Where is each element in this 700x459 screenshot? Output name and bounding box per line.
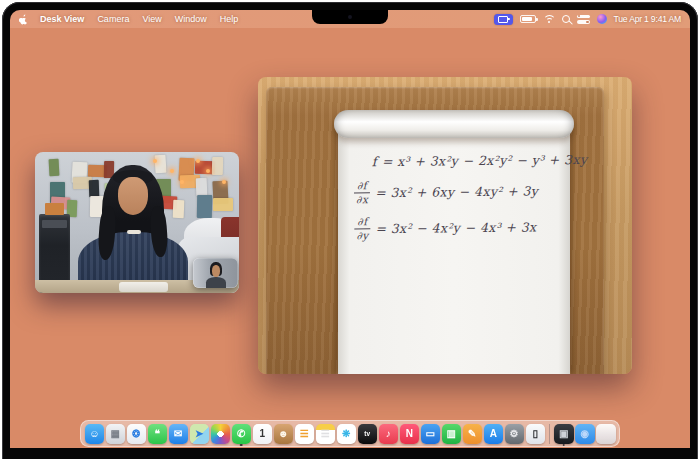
dock-finder-icon[interactable]: ☺ bbox=[85, 424, 105, 444]
dock-keynote-icon[interactable]: ▭ bbox=[421, 424, 441, 444]
dock-photos-icon[interactable] bbox=[211, 424, 231, 444]
self-view-face bbox=[212, 265, 220, 276]
desk-view-window[interactable]: f= x³ + 3x²y − 2x²y² − y³ + 3xy∂f∂x= 3x²… bbox=[258, 77, 632, 374]
dock-app-store-icon[interactable]: A bbox=[484, 424, 504, 444]
self-view-shirt bbox=[206, 277, 227, 288]
dock-system-settings-icon[interactable]: ⚙ bbox=[505, 424, 525, 444]
wifi-icon[interactable] bbox=[543, 15, 555, 24]
apple-logo bbox=[19, 14, 28, 25]
control-center-icon[interactable] bbox=[577, 15, 590, 24]
dock-news-icon[interactable]: N bbox=[400, 424, 420, 444]
menu-desk-view[interactable]: Desk View bbox=[40, 14, 84, 24]
dock-calendar-icon[interactable]: 1 bbox=[253, 424, 273, 444]
equation-line-3: ∂f∂y= 3x² − 4x²y − 4x³ + 3x bbox=[354, 214, 618, 242]
facetime-window[interactable] bbox=[35, 152, 239, 293]
dock-downloads-folder-icon[interactable]: ◉ bbox=[575, 424, 595, 444]
dock-iphone-mirroring-icon[interactable]: ▯ bbox=[526, 424, 546, 444]
dock-launchpad-icon[interactable]: ▦ bbox=[106, 424, 126, 444]
equation-line-2: ∂f∂x= 3x² + 6xy − 4xy² + 3y bbox=[354, 178, 618, 206]
dock-facetime-icon[interactable]: ✆ bbox=[232, 424, 252, 444]
menu-window[interactable]: Window bbox=[175, 14, 207, 24]
dock-numbers-icon[interactable]: ▥ bbox=[442, 424, 462, 444]
dock-reminders-icon[interactable]: ☰ bbox=[295, 424, 315, 444]
caller-collar bbox=[127, 230, 141, 234]
string-lights bbox=[153, 158, 231, 195]
dock-mail-icon[interactable]: ✉ bbox=[169, 424, 189, 444]
dock-tv-icon[interactable]: tv bbox=[358, 424, 378, 444]
dock-maps-icon[interactable]: ➤ bbox=[190, 424, 210, 444]
screen-sharing-indicator-icon[interactable] bbox=[494, 14, 513, 25]
dock-messages-icon[interactable]: ❝ bbox=[148, 424, 168, 444]
dock-notes-icon[interactable]: ☰ bbox=[316, 424, 336, 444]
screen: Desk ViewCameraViewWindowHelp Tue Apr 1 … bbox=[10, 10, 690, 448]
menu-bar-clock[interactable]: Tue Apr 1 9:41 AM bbox=[614, 14, 681, 24]
dock-contacts-icon[interactable]: ☻ bbox=[274, 424, 294, 444]
dock-desk-view-icon[interactable]: ▣ bbox=[554, 424, 574, 444]
dock-trash-icon[interactable] bbox=[596, 424, 616, 444]
menu-view[interactable]: View bbox=[142, 14, 161, 24]
equation-line-1: f= x³ + 3x²y − 2x²y² − y³ + 3xy bbox=[372, 152, 618, 170]
dock-pages-icon[interactable]: ✎ bbox=[463, 424, 483, 444]
apple-menu[interactable] bbox=[19, 14, 28, 25]
shelf-item bbox=[45, 203, 63, 216]
macbook-frame: Desk ViewCameraViewWindowHelp Tue Apr 1 … bbox=[2, 2, 698, 459]
camera-dot bbox=[348, 15, 352, 19]
status-icons: Tue Apr 1 9:41 AM bbox=[494, 14, 681, 25]
display-notch bbox=[312, 10, 388, 24]
equations: f= x³ + 3x²y − 2x²y² − y³ + 3xy∂f∂x= 3x²… bbox=[354, 150, 619, 242]
battery-icon[interactable] bbox=[520, 15, 536, 23]
dock-safari-icon[interactable]: ❂ bbox=[127, 424, 147, 444]
self-view-pip[interactable] bbox=[193, 258, 238, 288]
dock-music-icon[interactable]: ♪ bbox=[379, 424, 399, 444]
dock-separator bbox=[549, 424, 550, 444]
menu-help[interactable]: Help bbox=[220, 14, 239, 24]
caller-laptop bbox=[119, 282, 168, 292]
dock-freeform-icon[interactable]: ❋ bbox=[337, 424, 357, 444]
menu-camera[interactable]: Camera bbox=[97, 14, 129, 24]
notepad-rolled-pages bbox=[334, 110, 574, 138]
siri-icon[interactable] bbox=[597, 14, 607, 24]
search-icon[interactable] bbox=[562, 15, 570, 23]
dock: ☺▦❂❝✉➤✆1☻☰☰❋tv♪N▭▥✎A⚙▯▣◉ bbox=[80, 420, 620, 447]
menu-items: Desk ViewCameraViewWindowHelp bbox=[40, 14, 238, 24]
